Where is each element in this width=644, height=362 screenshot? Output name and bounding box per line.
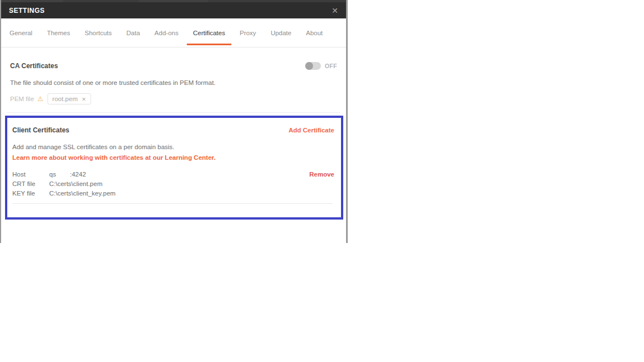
- tab-update[interactable]: Update: [271, 18, 291, 47]
- key-file-value: C:\certs\client_key.pem: [49, 189, 116, 198]
- certificate-entry: Host qs:4242 Remove CRT file C:\certs\cl…: [12, 170, 334, 198]
- ca-certificates-description: The file should consist of one or more t…: [10, 79, 337, 86]
- host-label: Host: [12, 170, 49, 179]
- toggle-pill[interactable]: [305, 62, 321, 70]
- host-value: qs:4242: [49, 170, 86, 179]
- crt-file-value: C:\certs\client.pem: [49, 179, 102, 189]
- ca-certificates-section: CA Certificates OFF The file should cons…: [1, 47, 346, 112]
- tab-certificates[interactable]: Certificates: [193, 18, 225, 47]
- tab-addons[interactable]: Add-ons: [154, 18, 178, 47]
- tab-shortcuts[interactable]: Shortcuts: [84, 18, 112, 47]
- pem-file-row: PEM file ⚠ root.pem ✕: [10, 93, 337, 104]
- tab-proxy[interactable]: Proxy: [240, 18, 256, 47]
- crt-file-row: CRT file C:\certs\client.pem: [12, 179, 334, 189]
- chip-remove-icon[interactable]: ✕: [82, 96, 86, 102]
- learning-center-link[interactable]: Learn more about working with certificat…: [12, 154, 334, 161]
- tab-bar: General Themes Shortcuts Data Add-ons Ce…: [1, 18, 346, 47]
- client-certificates-description: Add and manage SSL certificates on a per…: [12, 144, 334, 150]
- toggle-knob[interactable]: [305, 62, 313, 70]
- add-certificate-button[interactable]: Add Certificate: [288, 127, 334, 134]
- key-file-row: KEY file C:\certs\client_key.pem: [12, 189, 334, 198]
- host-name: qs: [49, 170, 70, 179]
- tab-about[interactable]: About: [306, 18, 323, 47]
- settings-dialog: SETTINGS ✕ General Themes Shortcuts Data…: [0, 0, 348, 243]
- tab-themes[interactable]: Themes: [47, 18, 70, 47]
- close-icon[interactable]: ✕: [332, 7, 338, 15]
- client-certificates-title: Client Certificates: [12, 126, 69, 134]
- dialog-title: SETTINGS: [9, 7, 45, 15]
- pem-file-label: PEM file: [10, 96, 34, 102]
- ca-certificates-title: CA Certificates: [10, 62, 58, 70]
- certificate-entry-divider: [12, 203, 333, 204]
- section-divider: [7, 112, 340, 113]
- client-certificates-section: Client Certificates Add Certificate Add …: [7, 118, 341, 217]
- client-certificates-highlight: Client Certificates Add Certificate Add …: [5, 116, 343, 220]
- warning-icon: ⚠: [37, 95, 44, 103]
- host-port: :4242: [70, 171, 86, 178]
- toggle-state-label: OFF: [325, 63, 337, 69]
- tab-general[interactable]: General: [10, 18, 32, 47]
- dialog-titlebar: SETTINGS ✕: [1, 2, 346, 18]
- key-file-label: KEY file: [12, 189, 49, 198]
- pem-file-chip-name: root.pem: [53, 96, 78, 102]
- ca-certificates-toggle[interactable]: OFF: [305, 62, 337, 70]
- crt-file-label: CRT file: [12, 179, 49, 189]
- remove-certificate-button[interactable]: Remove: [309, 170, 334, 179]
- pem-file-chip[interactable]: root.pem ✕: [48, 93, 91, 104]
- tab-data[interactable]: Data: [126, 18, 140, 47]
- host-row: Host qs:4242 Remove: [12, 170, 334, 179]
